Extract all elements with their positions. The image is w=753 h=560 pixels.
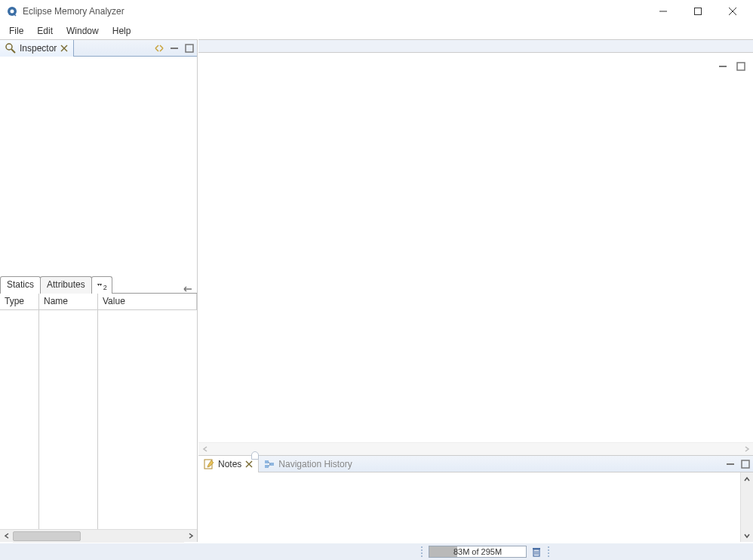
minimize-view-button[interactable] (168, 42, 180, 54)
sash-grip[interactable] (251, 451, 259, 460)
detail-tabs-menu-icon[interactable] (182, 281, 194, 293)
editor-hscroll-right[interactable] (740, 443, 753, 456)
detail-header-row: Type Name Value (0, 294, 197, 310)
tab-attributes[interactable]: Attributes (40, 276, 92, 294)
menu-edit[interactable]: Edit (31, 23, 60, 38)
tab-overflow-button[interactable]: 2 (91, 276, 112, 294)
editor-maximize-button[interactable] (735, 60, 747, 72)
inspector-detail-tabs: Statics Attributes 2 (0, 275, 197, 294)
minimize-button[interactable] (646, 0, 681, 23)
heap-grip-icon-right (548, 546, 551, 557)
workbench: Inspector Statics Attributes 2 (0, 39, 753, 543)
heap-bar[interactable]: 83M of 295M (429, 546, 527, 558)
svg-rect-12 (186, 45, 193, 52)
inspector-icon (5, 42, 17, 54)
link-with-editor-button[interactable] (153, 42, 165, 54)
nav-history-icon (263, 458, 275, 470)
heap-status-widget: 83M of 295M (421, 545, 552, 558)
notes-icon (203, 458, 215, 470)
svg-rect-18 (265, 460, 269, 463)
svg-rect-4 (695, 8, 702, 15)
menu-file[interactable]: File (3, 23, 31, 38)
svg-line-8 (11, 49, 15, 53)
column-header-value[interactable]: Value (98, 294, 197, 309)
notes-close-icon[interactable] (244, 460, 254, 469)
detail-body (0, 310, 197, 529)
bottom-tabbar: Notes Navigation History (198, 456, 753, 472)
window-title: Eclipse Memory Analyzer (23, 6, 124, 17)
title-bar: Eclipse Memory Analyzer (0, 0, 753, 23)
notes-vscroll[interactable] (740, 472, 753, 542)
run-gc-button[interactable] (530, 545, 543, 558)
svg-point-1 (11, 10, 14, 14)
editor-minimize-button[interactable] (717, 60, 729, 72)
svg-rect-13 (719, 66, 727, 67)
column-header-name[interactable]: Name (39, 294, 98, 309)
hscroll-right-arrow[interactable] (184, 530, 197, 543)
svg-rect-27 (533, 548, 540, 549)
heap-text: 83M of 295M (453, 547, 502, 556)
close-button[interactable] (715, 0, 750, 23)
maximize-button[interactable] (681, 0, 715, 23)
editor-toolbar-strip (198, 39, 753, 53)
tab-overflow-count: 2 (103, 284, 107, 291)
maximize-view-button[interactable] (183, 42, 195, 54)
tab-statics[interactable]: Statics (0, 276, 41, 294)
editor-hscroll[interactable] (198, 442, 753, 455)
menu-window[interactable]: Window (60, 23, 106, 38)
right-area: Notes Navigation History (198, 39, 753, 542)
menu-bar: File Edit Window Help (0, 23, 753, 39)
svg-rect-11 (171, 48, 178, 49)
inspector-tab[interactable]: Inspector (0, 40, 74, 57)
vscroll-up[interactable] (741, 472, 754, 485)
notes-label: Notes (218, 459, 241, 469)
notes-body[interactable] (198, 472, 753, 542)
hscroll-left-arrow[interactable] (0, 530, 13, 543)
inspector-panel: Inspector Statics Attributes 2 (0, 39, 198, 542)
bottom-maximize-button[interactable] (739, 458, 751, 470)
svg-rect-22 (742, 460, 749, 468)
inspector-hscroll[interactable] (0, 529, 197, 542)
bottom-panel: Notes Navigation History (198, 455, 753, 542)
inspector-upper-area (0, 57, 197, 275)
menu-help[interactable]: Help (106, 23, 139, 38)
svg-rect-20 (270, 463, 274, 466)
status-bar: 83M of 295M (0, 543, 753, 560)
heap-grip-icon (421, 546, 424, 557)
tab-navigation-history[interactable]: Navigation History (259, 456, 356, 472)
editor-hscroll-left[interactable] (198, 443, 211, 456)
svg-point-7 (6, 44, 12, 50)
vscroll-down[interactable] (741, 529, 754, 542)
tab-notes[interactable]: Notes (198, 456, 259, 472)
app-icon (6, 5, 18, 17)
close-view-icon[interactable] (60, 44, 69, 53)
bottom-minimize-button[interactable] (724, 458, 736, 470)
svg-rect-19 (265, 465, 269, 468)
svg-rect-14 (737, 63, 745, 70)
nav-history-label: Navigation History (278, 459, 352, 469)
inspector-tabbar: Inspector (0, 40, 197, 57)
svg-rect-21 (727, 463, 734, 465)
editor-area (198, 53, 753, 442)
inspector-tab-label: Inspector (20, 43, 57, 54)
column-header-type[interactable]: Type (0, 294, 39, 309)
